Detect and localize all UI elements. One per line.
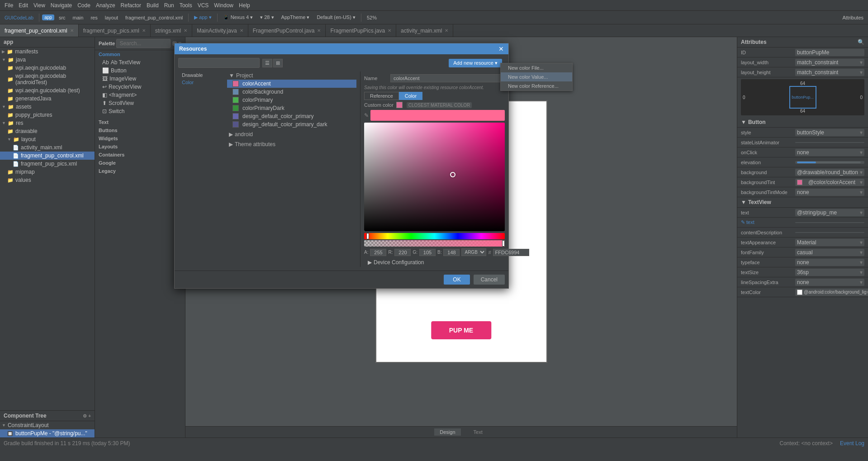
toolbar-run-app[interactable]: ▶ app ▾ [191, 14, 214, 21]
dialog-search-input[interactable] [178, 58, 260, 68]
tree-item-wpi[interactable]: 📁 wpi.aeqin.guicodelab [0, 64, 95, 72]
tab-activity-main[interactable]: activity_main.xml ✕ [396, 24, 453, 37]
resource-cat-color[interactable]: Color [178, 79, 223, 86]
tree-item-res[interactable]: ▼ 📁 res [0, 119, 95, 127]
color-picker-dot[interactable] [450, 172, 455, 177]
resource-section-project-title[interactable]: ▼ Project [227, 71, 356, 80]
tab-strings[interactable]: strings.xml ✕ [151, 24, 192, 37]
palette-item-recyclerview[interactable]: ↩ RecyclerView [95, 83, 185, 91]
palette-cat-containers[interactable]: Containers [95, 151, 185, 159]
section-textview[interactable]: ▼ TextView [737, 197, 868, 208]
tab-close-2[interactable]: ✕ [184, 28, 187, 33]
device-config[interactable]: ▶ Device Configuration [364, 258, 505, 267]
menu-vcs[interactable]: VCS [195, 1, 212, 10]
argb-g-input[interactable] [419, 249, 436, 256]
tab-design[interactable]: Design [434, 428, 460, 436]
resource-color-primary[interactable]: colorPrimary [227, 96, 356, 104]
attr-linespacing-value[interactable]: none ▾ [795, 279, 864, 286]
attr-stateList-value[interactable] [795, 142, 864, 143]
attr-textapp-value[interactable]: Material ▾ [795, 239, 864, 246]
tree-item-drawable[interactable]: 📁 drawable [0, 127, 95, 135]
tab-fragmentpuppics[interactable]: FragmentPupPics.java ✕ [326, 24, 396, 37]
attr-typeface-value[interactable]: none ▾ [795, 259, 864, 266]
tab-close-1[interactable]: ✕ [142, 28, 146, 33]
palette-item-button[interactable]: ⬜ Button [95, 67, 185, 75]
tab-close-3[interactable]: ✕ [240, 28, 243, 33]
pencil-icon[interactable]: ✎ [364, 112, 369, 119]
palette-cat-legacy[interactable]: Legacy [95, 167, 185, 175]
argb-mode-select[interactable]: ARGB [461, 248, 486, 256]
resource-section-android-title[interactable]: ▶ android [227, 130, 356, 138]
toolbar-api[interactable]: ▾ 28 ▾ [257, 14, 276, 21]
resource-color-background[interactable]: colorBackground [227, 88, 356, 96]
attr-text-value[interactable]: @string/pup_me ▾ [795, 209, 864, 216]
attr-textsize-value[interactable]: 36sp ▾ [795, 269, 864, 276]
attr-style-value[interactable]: buttonStyle ▾ [795, 129, 864, 136]
tree-item-values[interactable]: 📁 values [0, 176, 95, 184]
dropdown-new-file[interactable]: New color File... [501, 63, 572, 72]
constraint-top-value[interactable]: 64 [800, 81, 805, 86]
tab-close-4[interactable]: ✕ [317, 28, 321, 33]
attr-height-value[interactable]: match_constraint ▾ [795, 69, 864, 76]
attr-content-desc-value[interactable] [795, 232, 864, 233]
tree-item-genJava[interactable]: 📁 generatedJava [0, 95, 95, 103]
dropdown-new-reference[interactable]: New color Reference... [501, 81, 572, 90]
color-preview-bar[interactable] [370, 110, 505, 121]
toolbar-layout[interactable]: layout [102, 14, 121, 21]
tree-item-layout[interactable]: ▼ 📁 layout [0, 135, 95, 143]
menu-analyze[interactable]: Analyze [93, 1, 118, 10]
attr-bgtintmode-value[interactable]: none ▾ [795, 189, 864, 196]
toolbar-main[interactable]: main [70, 14, 86, 21]
toolbar-locale[interactable]: Default (en-US) ▾ [314, 14, 358, 21]
resource-section-theme-title[interactable]: ▶ Theme attributes [227, 140, 356, 148]
argb-a-input[interactable] [370, 249, 386, 256]
add-new-resource-button[interactable]: Add new resource ▾ [449, 59, 502, 67]
event-log-link[interactable]: Event Log [840, 440, 864, 447]
menu-code[interactable]: Code [75, 1, 93, 10]
palette-search-input[interactable] [116, 39, 171, 48]
attr-onclick-value[interactable]: none ▾ [795, 149, 864, 156]
list-view-button[interactable]: ☰ [262, 59, 272, 67]
tab-text[interactable]: Text [468, 428, 488, 436]
menu-view[interactable]: View [31, 1, 48, 10]
resource-design-default-dark[interactable]: design_default_color_primary_dark [227, 120, 356, 128]
attr-fontfamily-value[interactable]: casual ▾ [795, 249, 864, 256]
hue-slider[interactable] [364, 233, 505, 239]
tab-close-5[interactable]: ✕ [388, 28, 391, 33]
palette-cat-widgets[interactable]: Widgets [95, 134, 185, 143]
tab-close-0[interactable]: ✕ [70, 28, 74, 33]
argb-b-input[interactable] [443, 249, 460, 256]
resource-color-primary-dark[interactable]: colorPrimaryDark [227, 104, 356, 112]
palette-item-textview[interactable]: Ab Ab TextView [95, 58, 185, 67]
palette-cat-layouts[interactable]: Layouts [95, 143, 185, 151]
attr-textcolor-value[interactable]: @android:color/background_lig ▾ [795, 289, 868, 296]
attr-width-value[interactable]: match_constraint ▾ [795, 59, 864, 66]
toolbar-attributes[interactable]: Attributes [840, 14, 866, 21]
argb-r-input[interactable] [394, 249, 411, 256]
palette-item-switch[interactable]: ⊡ Switch [95, 107, 185, 115]
menu-edit[interactable]: Edit [16, 1, 31, 10]
toolbar-fragment[interactable]: fragment_pup_control.xml [123, 14, 185, 21]
tree-item-manifests[interactable]: ▶ 📁 manifests [0, 48, 95, 56]
palette-item-scrollview[interactable]: ⬆ ScrollView [95, 99, 185, 107]
palette-cat-common[interactable]: Common [95, 50, 185, 58]
tab-fragment-pup-pics[interactable]: fragment_pup_pics.xml ✕ [79, 24, 151, 37]
attr-id-value[interactable]: buttonPupMe [795, 49, 864, 56]
menu-file[interactable]: File [2, 1, 16, 10]
tab-fragmentpupcontrol[interactable]: FragmentPupControl.java ✕ [248, 24, 326, 37]
tree-item-java[interactable]: ▼ 📁 java [0, 56, 95, 64]
grid-view-button[interactable]: ⊞ [273, 59, 283, 67]
ok-button[interactable]: OK [444, 275, 470, 285]
ref-tab-reference[interactable]: Reference [364, 92, 399, 100]
menu-run[interactable]: Run [161, 1, 177, 10]
component-tree-gear[interactable]: ⚙ + [83, 413, 91, 418]
menu-tools[interactable]: Tools [177, 1, 195, 10]
resource-design-default-primary[interactable]: design_default_color_primary [227, 112, 356, 120]
tree-item-activity-main[interactable]: 📄 activity_main.xml [0, 143, 95, 152]
tab-close-6[interactable]: ✕ [445, 28, 448, 33]
palette-cat-google[interactable]: Google [95, 159, 185, 167]
section-button[interactable]: ▼ Button [737, 117, 868, 128]
resource-color-accent[interactable]: colorAccent [227, 80, 356, 88]
tree-item-puppy[interactable]: 📁 puppy_pictures [0, 111, 95, 119]
name-input-field[interactable] [390, 74, 505, 82]
